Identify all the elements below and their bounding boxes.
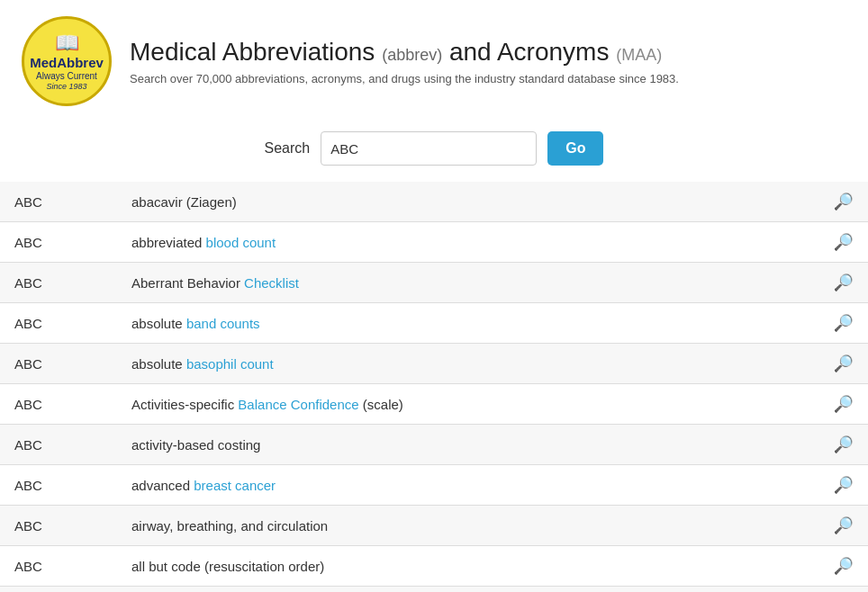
page-title: Medical Abbreviations (abbrev) and Acron… xyxy=(130,37,679,67)
row-search-icon[interactable]: 🔍 xyxy=(834,232,854,252)
definition-cell: absolute basophil count xyxy=(117,344,819,384)
definition-cell: aneurysmal bone cyst xyxy=(117,587,819,593)
search-icon-cell[interactable]: 🔍 xyxy=(819,425,868,465)
row-search-icon[interactable]: 🔍 xyxy=(834,273,854,292)
row-search-icon[interactable]: 🔍 xyxy=(834,354,854,373)
logo-since: Since 1983 xyxy=(46,82,86,91)
row-search-icon[interactable]: 🔍 xyxy=(834,313,854,333)
header-text: Medical Abbreviations (abbrev) and Acron… xyxy=(130,37,679,86)
definition-cell: all but code (resuscitation order) xyxy=(117,546,819,587)
row-search-icon[interactable]: 🔍 xyxy=(834,435,854,454)
search-icon-cell[interactable]: 🔍 xyxy=(819,182,868,222)
table-row: ABCall but code (resuscitation order)🔍 xyxy=(0,546,868,587)
header-subtitle: Search over 70,000 abbreviations, acrony… xyxy=(130,72,679,85)
table-row: ABCactivity-based costing🔍 xyxy=(0,425,868,465)
abbrev-cell: ABC xyxy=(0,465,117,506)
search-icon-cell[interactable]: 🔍 xyxy=(819,303,868,344)
row-search-icon[interactable]: 🔍 xyxy=(834,475,854,495)
search-icon-cell[interactable]: 🔍 xyxy=(819,546,868,587)
abbrev-cell: ABC xyxy=(0,222,117,263)
search-icon-cell[interactable]: 🔍 xyxy=(819,384,868,425)
table-row: ABCadvanced breast cancer🔍 xyxy=(0,465,868,506)
table-row: ABCAberrant Behavior Checklist🔍 xyxy=(0,263,868,303)
title-maa-tag: (MAA) xyxy=(616,46,662,64)
definition-cell: abacavir (Ziagen) xyxy=(117,182,819,222)
definition-cell: Activities-specific Balance Confidence (… xyxy=(117,384,819,425)
abbrev-cell: ABC xyxy=(0,344,117,384)
title-main: Medical Abbreviations xyxy=(130,38,375,66)
results-table: ABCabacavir (Ziagen)🔍ABCabbreviated bloo… xyxy=(0,182,868,592)
logo-tagline: Always Current xyxy=(36,71,97,82)
row-search-icon[interactable]: 🔍 xyxy=(834,192,854,211)
abbrev-cell: ABC xyxy=(0,263,117,303)
search-icon-cell[interactable]: 🔍 xyxy=(819,263,868,303)
row-search-icon[interactable]: 🔍 xyxy=(834,394,854,414)
book-icon: 📖 xyxy=(55,31,79,55)
page-header: 📖 MedAbbrev Always Current Since 1983 Me… xyxy=(0,0,868,115)
search-icon-cell[interactable]: 🔍 xyxy=(819,344,868,384)
abbrev-cell: ABC xyxy=(0,587,117,593)
title-abbrev-tag: (abbrev) xyxy=(382,46,442,64)
abbrev-cell: ABC xyxy=(0,425,117,465)
definition-cell: advanced breast cancer xyxy=(117,465,819,506)
title-and: and Acronyms xyxy=(449,38,609,66)
definition-cell: Aberrant Behavior Checklist xyxy=(117,263,819,303)
search-icon-cell[interactable]: 🔍 xyxy=(819,587,868,593)
go-button[interactable]: Go xyxy=(547,131,603,166)
search-bar: Search Go xyxy=(0,115,868,182)
table-row: ABCActivities-specific Balance Confidenc… xyxy=(0,384,868,425)
abbrev-cell: ABC xyxy=(0,384,117,425)
abbrev-cell: ABC xyxy=(0,182,117,222)
search-input[interactable] xyxy=(321,131,537,166)
row-search-icon[interactable]: 🔍 xyxy=(834,556,854,576)
abbrev-cell: ABC xyxy=(0,303,117,344)
definition-cell: abbreviated blood count xyxy=(117,222,819,263)
search-icon-cell[interactable]: 🔍 xyxy=(819,465,868,506)
search-icon-cell[interactable]: 🔍 xyxy=(819,222,868,263)
table-row: ABCaneurysmal bone cyst🔍 xyxy=(0,587,868,593)
definition-cell: airway, breathing, and circulation xyxy=(117,506,819,546)
abbrev-cell: ABC xyxy=(0,546,117,587)
table-row: ABCabsolute basophil count🔍 xyxy=(0,344,868,384)
definition-cell: activity-based costing xyxy=(117,425,819,465)
table-row: ABCairway, breathing, and circulation🔍 xyxy=(0,506,868,546)
search-icon-cell[interactable]: 🔍 xyxy=(819,506,868,546)
abbrev-cell: ABC xyxy=(0,506,117,546)
table-row: ABCabbreviated blood count🔍 xyxy=(0,222,868,263)
definition-cell: absolute band counts xyxy=(117,303,819,344)
logo-name: MedAbbrev xyxy=(30,56,104,71)
site-logo: 📖 MedAbbrev Always Current Since 1983 xyxy=(22,16,112,106)
row-search-icon[interactable]: 🔍 xyxy=(834,516,854,535)
table-row: ABCabsolute band counts🔍 xyxy=(0,303,868,344)
search-label: Search xyxy=(265,140,311,157)
table-row: ABCabacavir (Ziagen)🔍 xyxy=(0,182,868,222)
